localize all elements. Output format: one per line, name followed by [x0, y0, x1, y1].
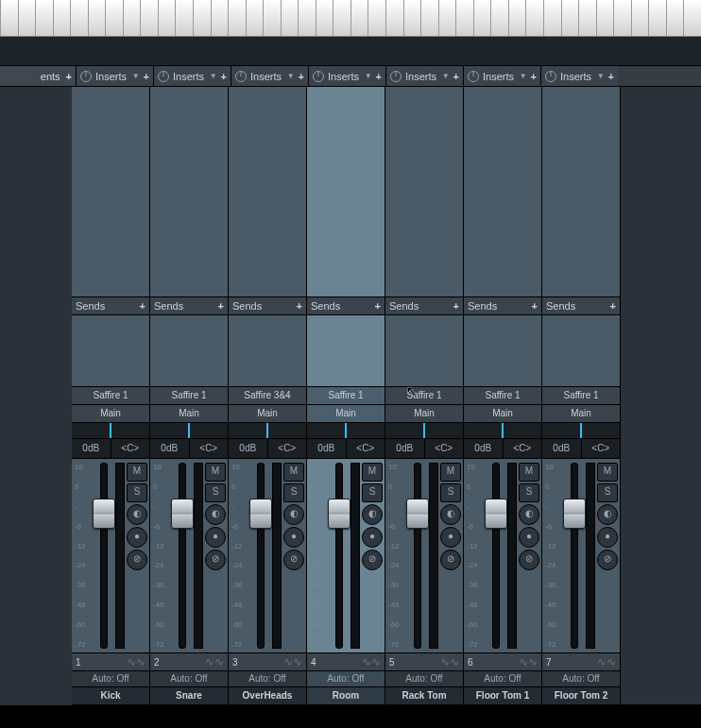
gain-readout[interactable]: 0dB [229, 439, 268, 458]
solo-button[interactable]: S [597, 483, 618, 502]
sends-header[interactable]: Sends+ [150, 297, 228, 315]
mute-button[interactable]: M [440, 463, 461, 482]
pan-slider[interactable] [150, 423, 228, 439]
channel-name[interactable]: Floor Tom 1 [464, 687, 541, 704]
sends-slots[interactable] [307, 315, 385, 387]
monitor-button[interactable]: ◐ [597, 504, 618, 525]
sends-header[interactable]: Sends+ [464, 297, 541, 315]
add-send-icon[interactable]: + [610, 300, 616, 312]
gain-readout[interactable]: 0dB [307, 439, 347, 458]
sends-slots[interactable] [385, 315, 463, 387]
gain-readout[interactable]: 0dB [542, 439, 582, 458]
channel-name[interactable]: OverHeads [229, 687, 306, 704]
inserts-slots[interactable] [150, 87, 228, 297]
pan-readout[interactable]: <C> [190, 439, 229, 458]
channel-strip-overheads[interactable]: Sends+Saffire 3&4Main0dB<C>106--6-12-24-… [229, 87, 307, 704]
channel-mode-icon[interactable]: ∿∿ [127, 655, 145, 669]
channel-strip-floor-tom-2[interactable]: Sends+Saffire 1Main0dB<C>106--6-12-24-36… [542, 87, 621, 704]
dropdown-triangle-icon[interactable]: ▼ [365, 72, 372, 80]
gain-readout[interactable]: 0dB [150, 439, 190, 458]
channel-strip-floor-tom-1[interactable]: Sends+Saffire 1Main0dB<C>106--6-12-24-36… [464, 87, 542, 704]
sends-header[interactable]: Sends+ [72, 297, 149, 315]
fader-cap[interactable] [563, 499, 586, 529]
fader-cap[interactable] [171, 499, 194, 529]
channel-name[interactable]: Room [307, 687, 385, 704]
channel-mode-icon[interactable]: ∿∿ [283, 655, 302, 669]
input-routing[interactable]: Saffire 1 [150, 387, 228, 405]
automation-mode[interactable]: Auto: Off [542, 671, 620, 687]
gain-readout[interactable]: 0dB [464, 439, 504, 458]
inserts-header[interactable]: Inserts▼+ [540, 66, 618, 86]
power-icon[interactable] [313, 71, 324, 82]
inserts-slots[interactable] [542, 87, 620, 297]
automation-bypass-button[interactable]: ⊘ [127, 550, 147, 570]
dropdown-triangle-icon[interactable]: ▼ [210, 72, 217, 80]
inserts-slots[interactable] [385, 87, 463, 297]
record-arm-button[interactable]: ● [283, 527, 304, 548]
fader-cap[interactable] [93, 499, 115, 529]
mute-button[interactable]: M [127, 463, 147, 482]
channel-name[interactable]: Snare [150, 687, 228, 704]
add-send-icon[interactable]: + [453, 300, 459, 312]
automation-mode[interactable]: Auto: Off [307, 671, 385, 687]
automation-mode[interactable]: Auto: Off [229, 671, 306, 687]
record-arm-button[interactable]: ● [519, 527, 539, 548]
monitor-button[interactable]: ◐ [362, 504, 383, 525]
add-insert-icon[interactable]: + [453, 71, 459, 82]
channel-mode-icon[interactable]: ∿∿ [440, 655, 459, 669]
add-send-icon[interactable]: + [218, 300, 224, 312]
channel-number-row[interactable]: 5∿∿ [385, 653, 463, 671]
solo-button[interactable]: S [205, 483, 226, 502]
pan-readout[interactable]: <C> [504, 439, 542, 458]
pan-slider[interactable] [542, 423, 620, 439]
pan-readout[interactable]: <C> [425, 439, 464, 458]
gain-readout[interactable]: 0dB [72, 439, 111, 458]
fader-cap[interactable] [249, 499, 272, 529]
input-routing[interactable]: Saffire 3&4 [229, 387, 306, 405]
fader-cap[interactable] [485, 499, 507, 529]
mute-button[interactable]: M [362, 463, 383, 482]
inserts-header[interactable]: Inserts▼+ [76, 66, 153, 86]
automation-bypass-button[interactable]: ⊘ [205, 550, 226, 570]
output-routing[interactable]: Main [150, 405, 228, 423]
solo-button[interactable]: S [127, 483, 147, 502]
add-insert-icon[interactable]: + [608, 71, 614, 82]
pan-readout[interactable]: <C> [111, 439, 150, 458]
monitor-button[interactable]: ◐ [205, 504, 226, 525]
add-insert-icon[interactable]: + [531, 71, 537, 82]
sends-header[interactable]: Sends+ [542, 297, 620, 315]
input-routing[interactable]: Saffire 1 [542, 387, 620, 405]
add-send-icon[interactable]: + [532, 300, 538, 312]
automation-bypass-button[interactable]: ⊘ [283, 550, 304, 570]
add-instrument-icon[interactable]: + [66, 71, 72, 82]
channel-number-row[interactable]: 6∿∿ [464, 653, 541, 671]
channel-number-row[interactable]: 3∿∿ [229, 653, 306, 671]
input-routing[interactable]: Saffire 1 [307, 387, 385, 405]
add-insert-icon[interactable]: + [376, 71, 382, 82]
add-send-icon[interactable]: + [297, 300, 302, 312]
sends-slots[interactable] [464, 315, 541, 387]
mute-button[interactable]: M [519, 463, 539, 482]
dropdown-triangle-icon[interactable]: ▼ [520, 72, 527, 80]
channel-name[interactable]: Rack Tom [385, 687, 463, 704]
inserts-header[interactable]: Inserts▼+ [385, 66, 463, 86]
dropdown-triangle-icon[interactable]: ▼ [597, 72, 605, 80]
channel-strip-rack-tom[interactable]: Sends+Saffire 1Main0dB<C>106--6-12-24-36… [385, 87, 464, 704]
record-arm-button[interactable]: ● [127, 527, 147, 548]
channel-name[interactable]: Floor Tom 2 [542, 687, 620, 704]
channel-number-row[interactable]: 7∿∿ [542, 653, 620, 671]
input-routing[interactable]: Saffire 1 [464, 387, 541, 405]
fader-track[interactable] [564, 459, 584, 652]
pan-slider[interactable] [464, 423, 541, 439]
automation-mode[interactable]: Auto: Off [385, 671, 463, 687]
inserts-header[interactable]: Inserts▼+ [153, 66, 231, 86]
power-icon[interactable] [235, 71, 247, 82]
add-send-icon[interactable]: + [140, 300, 145, 312]
fader-cap[interactable] [406, 499, 429, 529]
fader-track[interactable] [250, 459, 270, 652]
sends-slots[interactable] [542, 315, 620, 387]
power-icon[interactable] [390, 71, 402, 82]
fader-track[interactable] [172, 459, 192, 652]
automation-mode[interactable]: Auto: Off [464, 671, 541, 687]
monitor-button[interactable]: ◐ [519, 504, 539, 525]
